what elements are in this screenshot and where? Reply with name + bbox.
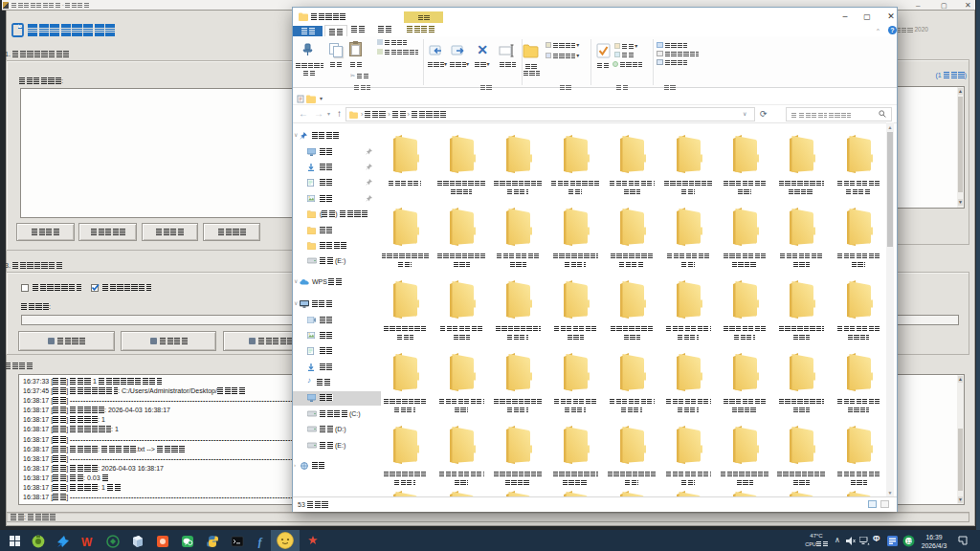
svg-text:12: 12 [906, 539, 912, 544]
svg-text:W: W [81, 536, 93, 549]
svg-text:f: f [258, 536, 263, 548]
